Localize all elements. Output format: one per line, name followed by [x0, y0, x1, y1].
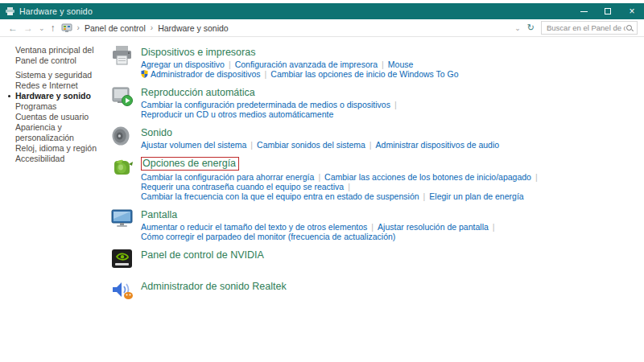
- section-sonido: Sonido Ajustar volumen del sistema|Cambi…: [109, 125, 636, 149]
- task-links-line: Cambiar la configuración para ahorrar en…: [141, 173, 542, 181]
- section-title[interactable]: Administrador de sonido Realtek: [141, 281, 287, 292]
- window-body: Ventana principal del Panel de control S…: [0, 38, 644, 362]
- uac-shield-icon: [141, 70, 148, 78]
- task-link[interactable]: Cambiar la configuración para ahorrar en…: [141, 172, 314, 182]
- breadcrumb: › Panel de control › Hardware y sonido: [61, 23, 515, 33]
- window-icon: [5, 7, 15, 16]
- sidebar-item-cuentas-de-usuario[interactable]: Cuentas de usuario: [15, 112, 101, 122]
- maximize-button[interactable]: [596, 3, 620, 19]
- task-links-line: Agregar un dispositivo|Configuración ava…: [141, 60, 459, 68]
- link-divider: |: [229, 60, 231, 69]
- task-link[interactable]: Cómo corregir el parpadeo del monitor (f…: [141, 232, 395, 241]
- breadcrumb-item-panel-de-control[interactable]: Panel de control: [85, 23, 146, 33]
- history-dropdown-icon[interactable]: ⌄: [39, 24, 45, 32]
- task-link[interactable]: Administrar dispositivos de audio: [376, 140, 500, 150]
- close-icon: ×: [629, 6, 634, 16]
- section-reproduccion-automatica: Reproducción automática Cambiar la confi…: [109, 84, 636, 118]
- sidebar-item-apariencia[interactable]: Apariencia y personalización: [15, 122, 101, 143]
- window-title: Hardware y sonido: [19, 6, 93, 16]
- task-link[interactable]: Cambiar las acciones de los botones de i…: [324, 172, 531, 182]
- task-link[interactable]: Cambiar las opciones de inicio de Window…: [270, 69, 458, 79]
- address-bar: ← → ⌄ ↑ › Panel de control › Hardware y …: [0, 19, 644, 37]
- sidebar-item-accesibilidad[interactable]: Accesibilidad: [15, 154, 101, 164]
- task-link[interactable]: Requerir una contraseña cuando el equipo…: [141, 182, 344, 191]
- display-icon[interactable]: [109, 208, 134, 229]
- task-link[interactable]: Aumentar o reducir el tamaño del texto y…: [141, 222, 367, 232]
- breadcrumb-item-hardware-y-sonido[interactable]: Hardware y sonido: [158, 23, 229, 33]
- breadcrumb-separator: ›: [77, 23, 80, 32]
- main-content: Dispositivos e impresoras Agregar un dis…: [105, 38, 644, 362]
- task-link[interactable]: Cambiar la configuración predeterminada …: [141, 100, 390, 109]
- breadcrumb-separator: ›: [151, 23, 153, 32]
- maximize-icon: [605, 8, 611, 14]
- up-button[interactable]: ↑: [51, 23, 56, 34]
- printer-icon[interactable]: [109, 45, 134, 67]
- section-title[interactable]: Dispositivos e impresoras: [141, 47, 255, 58]
- link-divider: |: [318, 172, 320, 182]
- autoplay-icon[interactable]: [109, 85, 134, 107]
- active-bullet: [8, 95, 10, 97]
- link-divider: |: [423, 191, 426, 201]
- link-divider: |: [348, 182, 350, 191]
- task-link[interactable]: Ajustar volumen del sistema: [141, 140, 246, 150]
- task-link[interactable]: Administrador de dispositivos: [151, 69, 261, 79]
- sidebar-item-home[interactable]: Ventana principal del Panel de control: [15, 45, 99, 66]
- search-box[interactable]: [541, 21, 638, 35]
- link-divider: |: [371, 222, 374, 232]
- task-link[interactable]: Reproducir un CD u otros medios automáti…: [141, 109, 333, 119]
- section-title[interactable]: Pantalla: [141, 209, 177, 220]
- section-nvidia: Panel de control de NVIDIA: [109, 247, 636, 269]
- task-links-line: Cambiar la configuración predeterminada …: [141, 101, 401, 109]
- sidebar-item-redes-e-internet[interactable]: Redes e Internet: [15, 80, 101, 91]
- section-title[interactable]: Panel de control de NVIDIA: [141, 249, 264, 261]
- minimize-icon: [580, 11, 588, 12]
- task-link[interactable]: Ajustar resolución de pantalla: [378, 222, 489, 232]
- task-links-line: Aumentar o reducir el tamaño del texto y…: [141, 223, 499, 231]
- back-button[interactable]: ←: [8, 23, 18, 34]
- section-title-highlighted[interactable]: Opciones de energía: [141, 157, 239, 171]
- link-divider: |: [394, 100, 397, 109]
- task-links-line: Ajustar volumen del sistema|Cambiar soni…: [141, 141, 499, 149]
- section-title[interactable]: Sonido: [141, 127, 172, 138]
- forward-button[interactable]: →: [23, 23, 33, 34]
- nvidia-icon[interactable]: [109, 248, 134, 269]
- refresh-icon[interactable]: ↻: [527, 23, 535, 33]
- task-links-line: Cómo corregir el parpadeo del monitor (f…: [141, 232, 499, 241]
- section-dispositivos-e-impresoras: Dispositivos e impresoras Agregar un dis…: [109, 44, 636, 78]
- section-title[interactable]: Reproducción automática: [141, 87, 255, 98]
- realtek-icon[interactable]: [109, 279, 134, 301]
- close-button[interactable]: ×: [620, 3, 644, 19]
- task-link[interactable]: Configuración avanzada de impresora: [235, 60, 378, 69]
- power-icon[interactable]: [109, 156, 134, 178]
- task-links-line: Administrador de dispositivos|Cambiar la…: [141, 70, 459, 78]
- sidebar-item-reloj-idioma[interactable]: Reloj, idioma y región: [15, 143, 101, 154]
- task-links-line: Reproducir un CD u otros medios automáti…: [141, 110, 401, 118]
- section-opciones-de-energia: Opciones de energía Cambiar la configura…: [109, 155, 636, 200]
- link-divider: |: [535, 172, 538, 182]
- control-panel-window: Hardware y sonido × ← → ⌄ ↑ › Panel de c…: [0, 0, 644, 362]
- window-controls: ×: [572, 3, 644, 19]
- search-input[interactable]: [547, 23, 625, 32]
- task-link[interactable]: Elegir un plan de energía: [429, 191, 523, 201]
- search-icon[interactable]: [625, 24, 634, 32]
- task-link[interactable]: Agregar un dispositivo: [141, 60, 225, 69]
- task-link[interactable]: Cambiar la frecuencia con la que el equi…: [141, 191, 419, 201]
- speaker-icon[interactable]: [109, 125, 134, 147]
- address-dropdown-icon[interactable]: ⌄: [514, 24, 521, 32]
- sidebar: Ventana principal del Panel de control S…: [0, 38, 105, 362]
- control-panel-icon[interactable]: [61, 23, 72, 33]
- task-link[interactable]: Mouse: [388, 60, 414, 69]
- task-link[interactable]: Cambiar sonidos del sistema: [257, 140, 365, 150]
- link-divider: |: [250, 140, 253, 150]
- section-pantalla: Pantalla Aumentar o reducir el tamaño de…: [109, 207, 636, 241]
- minimize-button[interactable]: [572, 3, 596, 19]
- sidebar-item-hardware-y-sonido[interactable]: Hardware y sonido: [15, 91, 101, 101]
- task-links-line: Cambiar la frecuencia con la que el equi…: [141, 192, 542, 200]
- sidebar-item-sistema-y-seguridad[interactable]: Sistema y seguridad: [15, 70, 101, 80]
- address-bar-right: ⌄ ↻: [514, 21, 638, 35]
- link-divider: |: [382, 60, 384, 69]
- sidebar-item-programas[interactable]: Programas: [15, 101, 101, 112]
- link-divider: |: [369, 140, 372, 150]
- link-divider: |: [493, 222, 495, 232]
- link-divider: |: [265, 69, 267, 79]
